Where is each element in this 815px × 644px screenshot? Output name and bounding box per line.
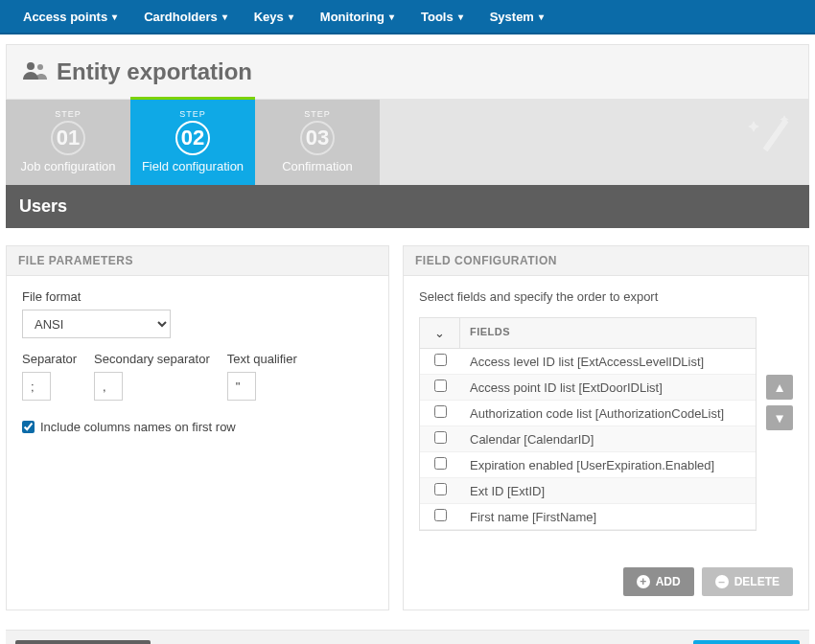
separator-input[interactable] xyxy=(22,372,51,401)
svg-rect-2 xyxy=(763,119,789,152)
field-row[interactable]: Ext ID [ExtID] xyxy=(420,478,756,504)
nav-access-points[interactable]: Access points▾ xyxy=(10,0,130,34)
nav-system[interactable]: System▾ xyxy=(477,0,557,34)
next-step-button[interactable]: ❯NEXT STEP xyxy=(693,640,800,644)
top-nav: Access points▾ Cardholders▾ Keys▾ Monito… xyxy=(0,0,815,34)
page-title: Entity exportation xyxy=(57,58,252,85)
previous-step-button[interactable]: ❮PREVIOUS STEP xyxy=(15,640,151,644)
fields-table: ⌄ FIELDS Access level ID list [ExtAccess… xyxy=(419,317,757,531)
field-label: Calendar [CalendarID] xyxy=(460,427,756,451)
field-checkbox[interactable] xyxy=(434,380,447,392)
caret-down-icon: ▾ xyxy=(112,12,117,22)
plus-icon: + xyxy=(637,575,650,588)
secondary-separator-label: Secondary separator xyxy=(94,352,210,366)
wizard-wand-icon xyxy=(746,111,792,160)
config-panels: FILE PARAMETERS File format ANSI Separat… xyxy=(0,228,815,620)
arrow-down-icon: ▼ xyxy=(773,411,785,426)
caret-down-icon: ▾ xyxy=(389,12,394,22)
move-up-button[interactable]: ▲ xyxy=(766,375,793,400)
expand-all-toggle[interactable]: ⌄ xyxy=(420,318,460,348)
field-label: Expiration enabled [UserExpiration.Enabl… xyxy=(460,453,756,477)
field-label: Access point ID list [ExtDoorIDList] xyxy=(460,376,756,400)
secondary-separator-input[interactable] xyxy=(94,372,123,401)
file-parameters-header: FILE PARAMETERS xyxy=(7,246,388,276)
minus-icon: – xyxy=(715,575,729,588)
field-row[interactable]: First name [FirstName] xyxy=(420,504,756,530)
add-field-button[interactable]: +ADD xyxy=(623,567,694,596)
page-header: Entity exportation xyxy=(6,44,809,100)
wizard-steps: STEP 01 Job configuration STEP 02 Field … xyxy=(6,100,809,185)
entity-type-header: Users xyxy=(6,185,809,228)
text-qualifier-label: Text qualifier xyxy=(227,352,297,366)
field-label: First name [FirstName] xyxy=(460,505,756,529)
field-checkbox[interactable] xyxy=(434,354,447,366)
field-checkbox[interactable] xyxy=(434,457,447,470)
field-row[interactable]: Calendar [CalendarID] xyxy=(420,426,756,452)
step-confirmation[interactable]: STEP 03 Confirmation xyxy=(255,100,380,185)
field-label: Authorization code list [AuthorizationCo… xyxy=(460,402,756,426)
chevron-down-icon: ⌄ xyxy=(434,326,445,340)
fields-column-header: FIELDS xyxy=(460,318,756,348)
field-label: Ext ID [ExtID] xyxy=(460,479,756,503)
field-checkbox[interactable] xyxy=(434,509,447,521)
field-label: Access level ID list [ExtAccessLevelIDLi… xyxy=(460,350,756,374)
delete-field-button[interactable]: –DELETE xyxy=(702,567,793,596)
svg-point-0 xyxy=(27,62,35,70)
step-field-configuration[interactable]: STEP 02 Field configuration xyxy=(130,97,255,185)
field-configuration-header: FIELD CONFIGURATION xyxy=(404,246,808,276)
field-row[interactable]: Expiration enabled [UserExpiration.Enabl… xyxy=(420,452,756,478)
file-format-select[interactable]: ANSI xyxy=(22,310,171,338)
include-columns-checkbox[interactable] xyxy=(22,421,35,433)
caret-down-icon: ▾ xyxy=(289,12,293,22)
caret-down-icon: ▾ xyxy=(222,12,227,22)
field-checkbox[interactable] xyxy=(434,431,447,444)
svg-point-1 xyxy=(37,64,43,70)
field-configuration-panel: FIELD CONFIGURATION Select fields and sp… xyxy=(403,245,809,610)
nav-cardholders[interactable]: Cardholders▾ xyxy=(130,0,241,34)
caret-down-icon: ▾ xyxy=(539,12,544,22)
step-job-configuration[interactable]: STEP 01 Job configuration xyxy=(6,100,130,185)
field-row[interactable]: Authorization code list [AuthorizationCo… xyxy=(420,401,756,426)
field-config-description: Select fields and specify the order to e… xyxy=(419,289,793,304)
include-columns-label: Include columns names on first row xyxy=(40,420,236,434)
field-checkbox[interactable] xyxy=(434,483,447,495)
file-parameters-panel: FILE PARAMETERS File format ANSI Separat… xyxy=(6,245,389,610)
nav-keys[interactable]: Keys▾ xyxy=(241,0,307,34)
nav-monitoring[interactable]: Monitoring▾ xyxy=(307,0,408,34)
move-down-button[interactable]: ▼ xyxy=(766,405,793,430)
field-checkbox[interactable] xyxy=(434,405,447,418)
file-format-label: File format xyxy=(22,289,373,304)
field-row[interactable]: Access level ID list [ExtAccessLevelIDLi… xyxy=(420,349,756,375)
separator-label: Separator xyxy=(22,352,77,366)
arrow-up-icon: ▲ xyxy=(773,380,785,395)
wizard-footer: ❮PREVIOUS STEP ❯NEXT STEP xyxy=(6,630,809,644)
caret-down-icon: ▾ xyxy=(458,12,463,22)
nav-tools[interactable]: Tools▾ xyxy=(408,0,477,34)
entity-icon xyxy=(22,60,49,84)
field-row[interactable]: Access point ID list [ExtDoorIDList] xyxy=(420,375,756,401)
text-qualifier-input[interactable] xyxy=(227,372,256,401)
